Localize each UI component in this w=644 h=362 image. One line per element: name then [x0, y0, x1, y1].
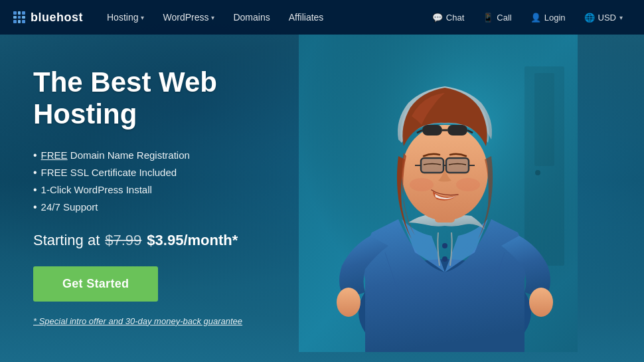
svg-point-5	[535, 170, 540, 175]
nav-hosting-label: Hosting	[107, 12, 138, 23]
svg-point-8	[442, 256, 447, 262]
svg-rect-13	[422, 125, 442, 136]
get-started-button[interactable]: Get Started	[33, 266, 158, 302]
nav-item-affiliates[interactable]: Affiliates	[281, 7, 332, 28]
nav-chat-button[interactable]: 💬 Chat	[424, 9, 472, 27]
hero-features-list: • FREE Domain Name Registration • FREE S…	[33, 149, 319, 213]
hero-disclaimer-link[interactable]: * Special intro offer and 30-day money-b…	[33, 316, 319, 326]
nav-item-wordpress[interactable]: WordPress ▾	[155, 7, 222, 28]
brand-name: bluehost	[31, 11, 83, 25]
svg-rect-20	[421, 158, 443, 173]
nav-call-button[interactable]: 📱 Call	[475, 9, 519, 27]
feature-item-1: • FREE Domain Name Registration	[33, 149, 319, 161]
bullet-2: •	[33, 167, 37, 179]
svg-rect-4	[534, 73, 554, 166]
feature-text-4: 24/7 Support	[41, 201, 98, 213]
nav-links: Hosting ▾ WordPress ▾ Domains Affiliates	[99, 7, 424, 28]
pricing-prefix: Starting at	[33, 232, 100, 249]
svg-point-9	[337, 288, 361, 317]
svg-point-25	[410, 178, 434, 191]
bullet-4: •	[33, 201, 37, 213]
main-nav: bluehost Hosting ▾ WordPress ▾ Domains A…	[0, 0, 644, 35]
feature-item-3: • 1-Click WordPress Install	[33, 184, 319, 196]
feature-item-2: • FREE SSL Certificate Included	[33, 167, 319, 179]
hero-section: The Best Web Hosting • FREE Domain Name …	[0, 0, 644, 362]
nav-currency-label: USD	[598, 13, 616, 23]
nav-currency-button[interactable]: 🌐 USD ▾	[576, 9, 631, 27]
svg-point-7	[442, 243, 447, 248]
feature-text-3: 1-Click WordPress Install	[41, 184, 152, 195]
feature-free-label: FREE Domain Name Registration	[41, 149, 190, 161]
svg-rect-21	[446, 158, 469, 173]
free-underline: FREE	[41, 149, 68, 161]
user-icon: 👤	[530, 13, 541, 23]
nav-logo[interactable]: bluehost	[13, 11, 83, 25]
svg-point-10	[529, 288, 553, 317]
nav-wordpress-label: WordPress	[163, 12, 208, 23]
hero-person-image	[299, 27, 578, 352]
nav-right-actions: 💬 Chat 📱 Call 👤 Login 🌐 USD ▾	[424, 9, 631, 27]
price-new: $3.95/month*	[147, 232, 238, 249]
hero-title: The Best Web Hosting	[33, 66, 319, 131]
phone-icon: 📱	[483, 13, 493, 23]
chevron-down-icon: ▾	[141, 14, 144, 21]
nav-login-button[interactable]: 👤 Login	[523, 9, 574, 27]
bullet-3: •	[33, 184, 37, 196]
nav-domains-label: Domains	[233, 12, 270, 23]
nav-item-domains[interactable]: Domains	[225, 7, 278, 28]
nav-chat-label: Chat	[446, 13, 464, 23]
feature-text-2: FREE SSL Certificate Included	[41, 167, 177, 178]
hero-content: The Best Web Hosting • FREE Domain Name …	[33, 66, 319, 326]
svg-rect-14	[447, 125, 467, 136]
chevron-down-icon: ▾	[619, 14, 623, 21]
hero-pricing: Starting at $7.99 $3.95/month*	[33, 232, 319, 249]
chat-icon: 💬	[432, 13, 443, 23]
svg-point-26	[456, 178, 480, 191]
nav-item-hosting[interactable]: Hosting ▾	[99, 7, 152, 28]
nav-call-label: Call	[497, 13, 511, 23]
logo-grid-icon	[13, 11, 25, 23]
price-old: $7.99	[105, 232, 141, 249]
bullet-1: •	[33, 149, 37, 161]
chevron-down-icon: ▾	[211, 14, 214, 21]
nav-login-label: Login	[544, 13, 566, 23]
globe-icon: 🌐	[584, 13, 595, 23]
feature-item-4: • 24/7 Support	[33, 201, 319, 213]
nav-affiliates-label: Affiliates	[289, 12, 324, 23]
